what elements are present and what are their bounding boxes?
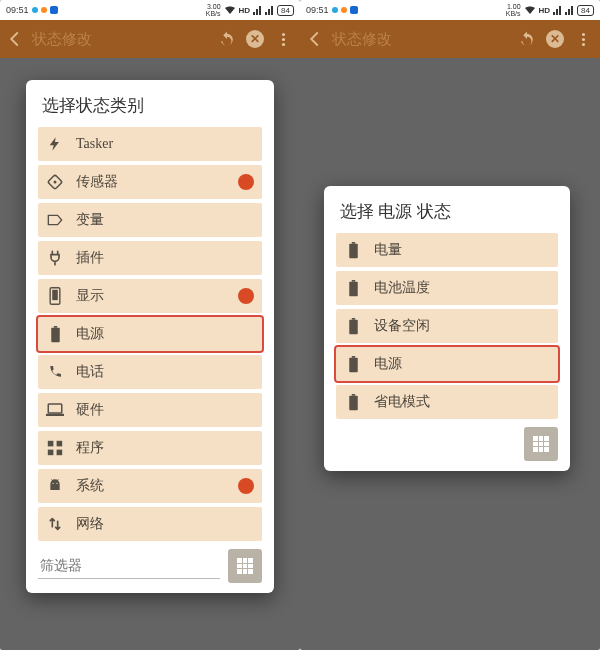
list-item[interactable]: 硬件 <box>38 393 262 427</box>
filter-field[interactable] <box>38 554 220 579</box>
list-item[interactable]: 显示 <box>38 279 262 313</box>
plug-icon <box>46 249 64 267</box>
list-item-label: 电量 <box>374 241 402 259</box>
list-item[interactable]: 电池温度 <box>336 271 558 305</box>
list-item-label: 程序 <box>76 439 104 457</box>
list-item[interactable]: 变量 <box>38 203 262 237</box>
page-title: 状态修改 <box>32 30 208 49</box>
list-item[interactable]: 程序 <box>38 431 262 465</box>
updown-icon <box>46 515 64 533</box>
list-item[interactable]: 插件 <box>38 241 262 275</box>
status-dot-icon <box>341 7 347 13</box>
alipay-icon <box>50 6 58 14</box>
grid-view-button[interactable] <box>228 549 262 583</box>
close-icon[interactable]: ✕ <box>246 30 264 48</box>
undo-icon[interactable] <box>216 28 238 50</box>
list-item-label: 电源 <box>76 325 104 343</box>
battery-icon <box>46 325 64 343</box>
status-bar: 09:51 1.00KB/s HD 84 <box>300 0 600 20</box>
svg-rect-9 <box>57 441 63 447</box>
svg-rect-11 <box>57 450 63 456</box>
back-icon[interactable] <box>6 30 24 48</box>
rotate-icon <box>46 173 64 191</box>
back-icon[interactable] <box>306 30 324 48</box>
status-bar: 09:51 3.00KB/s HD 84 <box>0 0 300 20</box>
svg-rect-16 <box>349 243 358 257</box>
list-item[interactable]: Tasker <box>38 127 262 161</box>
list-item[interactable]: 网络 <box>38 507 262 541</box>
title-bar: 状态修改 ✕ <box>300 20 600 58</box>
dialog-title: 选择状态类别 <box>42 94 260 117</box>
signal-icon <box>265 6 274 15</box>
status-dot-icon <box>32 7 38 13</box>
list-item-label: 变量 <box>76 211 104 229</box>
list-item-label: 硬件 <box>76 401 104 419</box>
page-title: 状态修改 <box>332 30 508 49</box>
category-dialog: 选择状态类别 Tasker传感器变量插件显示电源电话硬件程序系统网络 <box>26 80 274 593</box>
svg-point-1 <box>54 181 57 184</box>
list-item-label: 传感器 <box>76 173 118 191</box>
grid-view-button[interactable] <box>524 427 558 461</box>
svg-rect-8 <box>48 441 54 447</box>
hd-icon: HD <box>239 6 251 15</box>
badge-dot-icon <box>238 174 254 190</box>
svg-rect-22 <box>349 357 358 371</box>
phone-left: 09:51 3.00KB/s HD 84 状态修改 ✕ 选择状态类别 <box>0 0 300 650</box>
badge-dot-icon <box>238 478 254 494</box>
status-time: 09:51 <box>306 5 329 15</box>
svg-rect-5 <box>53 326 56 328</box>
status-time: 09:51 <box>6 5 29 15</box>
menu-icon[interactable] <box>572 28 594 50</box>
list-item[interactable]: 传感器 <box>38 165 262 199</box>
list-item-label: 显示 <box>76 287 104 305</box>
svg-rect-7 <box>46 414 64 416</box>
signal-icon <box>253 6 262 15</box>
filter-input[interactable] <box>38 554 220 579</box>
svg-rect-10 <box>48 450 54 456</box>
svg-rect-18 <box>349 281 358 295</box>
list-item[interactable]: 设备空闲 <box>336 309 558 343</box>
svg-rect-4 <box>51 327 60 341</box>
laptop-icon <box>46 401 64 419</box>
list-item[interactable]: 电量 <box>336 233 558 267</box>
battery-icon: 84 <box>577 5 594 16</box>
list-item-label: 电源 <box>374 355 402 373</box>
menu-icon[interactable] <box>272 28 294 50</box>
close-icon[interactable]: ✕ <box>546 30 564 48</box>
list-item-label: 网络 <box>76 515 104 533</box>
tag-icon <box>46 211 64 229</box>
list-item[interactable]: 省电模式 <box>336 385 558 419</box>
list-item-label: 电话 <box>76 363 104 381</box>
title-bar: 状态修改 ✕ <box>0 20 300 58</box>
svg-rect-25 <box>351 394 354 396</box>
battery-icon <box>344 279 362 297</box>
svg-rect-20 <box>349 319 358 333</box>
phone-icon <box>46 287 64 305</box>
battery-icon <box>344 355 362 373</box>
svg-rect-19 <box>351 280 354 282</box>
list-item[interactable]: 电源 <box>336 347 558 381</box>
list-item[interactable]: 电话 <box>38 355 262 389</box>
wifi-icon <box>224 5 236 15</box>
list-item[interactable]: 系统 <box>38 469 262 503</box>
alipay-icon <box>350 6 358 14</box>
wifi-icon <box>524 5 536 15</box>
svg-rect-24 <box>349 395 358 409</box>
svg-rect-17 <box>351 242 354 244</box>
list-item-label: 设备空闲 <box>374 317 430 335</box>
svg-rect-23 <box>351 356 354 358</box>
battery-icon <box>344 393 362 411</box>
svg-rect-6 <box>48 404 62 413</box>
bolt-icon <box>46 135 64 153</box>
undo-icon[interactable] <box>516 28 538 50</box>
battery-icon <box>344 241 362 259</box>
list-item[interactable]: 电源 <box>38 317 262 351</box>
svg-point-13 <box>56 483 57 484</box>
call-icon <box>46 363 64 381</box>
phone-right: 09:51 1.00KB/s HD 84 状态修改 ✕ 选择 电源 状态 <box>300 0 600 650</box>
android-icon <box>46 477 64 495</box>
list-item-label: Tasker <box>76 136 113 152</box>
battery-icon <box>344 317 362 335</box>
power-dialog: 选择 电源 状态 电量电池温度设备空闲电源省电模式 <box>324 186 570 471</box>
battery-icon: 84 <box>277 5 294 16</box>
